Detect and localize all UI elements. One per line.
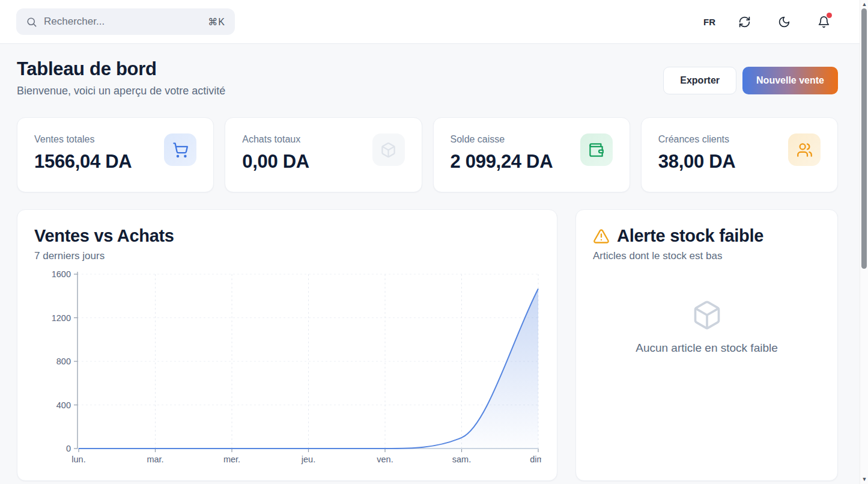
alert-subtitle: Articles dont le stock est bas bbox=[593, 250, 821, 262]
scroll-down-arrow[interactable]: ▼ bbox=[860, 476, 868, 482]
sales-vs-purchases-chart: 040080012001600lun.mar.mer.jeu.ven.sam.d… bbox=[34, 267, 541, 467]
users-icon bbox=[788, 133, 821, 166]
stats-grid: Ventes totales 1566,04 DA Achats totaux … bbox=[17, 117, 838, 192]
notification-badge bbox=[827, 13, 832, 18]
stat-card-solde-caisse: Solde caisse 2 099,24 DA bbox=[433, 117, 630, 192]
svg-text:lun.: lun. bbox=[71, 455, 85, 464]
chart-title: Ventes vs Achats bbox=[34, 226, 540, 246]
wallet-icon bbox=[580, 133, 613, 166]
low-stock-alert-card: Alerte stock faible Articles dont le sto… bbox=[575, 209, 838, 481]
svg-text:1600: 1600 bbox=[52, 269, 71, 279]
package-icon bbox=[691, 299, 723, 331]
empty-stock-text: Aucun article en stock faible bbox=[636, 342, 778, 355]
empty-stock-state: Aucun article en stock faible bbox=[593, 299, 821, 355]
page-title: Tableau de bord bbox=[17, 58, 225, 80]
chart-subtitle: 7 derniers jours bbox=[34, 250, 540, 262]
svg-text:400: 400 bbox=[56, 400, 71, 410]
refresh-icon bbox=[738, 16, 751, 28]
svg-text:jeu.: jeu. bbox=[301, 455, 315, 464]
search-icon bbox=[26, 16, 37, 28]
moon-icon bbox=[778, 16, 791, 28]
alert-title: Alerte stock faible bbox=[617, 226, 763, 246]
svg-text:0: 0 bbox=[66, 444, 71, 453]
scroll-up-arrow[interactable]: ▲ bbox=[860, 1, 868, 7]
dashboard-page: ⌘K FR Tableau de bord Bienvenue, voici u… bbox=[0, 0, 868, 484]
package-icon bbox=[372, 133, 405, 166]
sales-chart-card: Ventes vs Achats 7 derniers jours 040080… bbox=[17, 209, 557, 481]
svg-text:sam.: sam. bbox=[452, 455, 471, 464]
topbar: ⌘K FR bbox=[0, 0, 868, 44]
stat-card-ventes-totales: Ventes totales 1566,04 DA bbox=[17, 117, 214, 192]
bottom-row: Ventes vs Achats 7 derniers jours 040080… bbox=[17, 209, 838, 481]
svg-text:ven.: ven. bbox=[377, 455, 393, 464]
stat-card-achats-totaux: Achats totaux 0,00 DA bbox=[225, 117, 422, 192]
header-actions: Exporter Nouvelle vente bbox=[663, 67, 838, 94]
main-content: Tableau de bord Bienvenue, voici un aper… bbox=[0, 44, 868, 481]
notifications-button[interactable] bbox=[813, 11, 834, 32]
search-box[interactable]: ⌘K bbox=[16, 8, 235, 35]
export-button[interactable]: Exporter bbox=[663, 67, 736, 94]
scrollbar-thumb[interactable] bbox=[861, 8, 867, 269]
svg-text:dim.: dim. bbox=[530, 455, 541, 464]
svg-text:800: 800 bbox=[56, 357, 71, 366]
theme-toggle-button[interactable] bbox=[773, 11, 795, 32]
svg-text:1200: 1200 bbox=[52, 313, 71, 323]
vertical-scrollbar[interactable]: ▲ ▼ bbox=[860, 0, 868, 484]
new-sale-button[interactable]: Nouvelle vente bbox=[742, 67, 838, 94]
topbar-actions: FR bbox=[703, 11, 834, 32]
warning-icon bbox=[593, 228, 610, 245]
svg-text:mar.: mar. bbox=[147, 455, 163, 464]
page-header: Tableau de bord Bienvenue, voici un aper… bbox=[17, 58, 838, 97]
search-shortcut: ⌘K bbox=[208, 16, 225, 28]
page-subtitle: Bienvenue, voici un aperçu de votre acti… bbox=[17, 85, 225, 97]
cart-icon bbox=[164, 133, 196, 166]
search-input[interactable] bbox=[44, 16, 201, 28]
stat-card-creances-clients: Créances clients 38,00 DA bbox=[641, 117, 838, 192]
refresh-button[interactable] bbox=[733, 11, 755, 32]
svg-text:mer.: mer. bbox=[223, 455, 240, 464]
language-button[interactable]: FR bbox=[703, 17, 715, 27]
